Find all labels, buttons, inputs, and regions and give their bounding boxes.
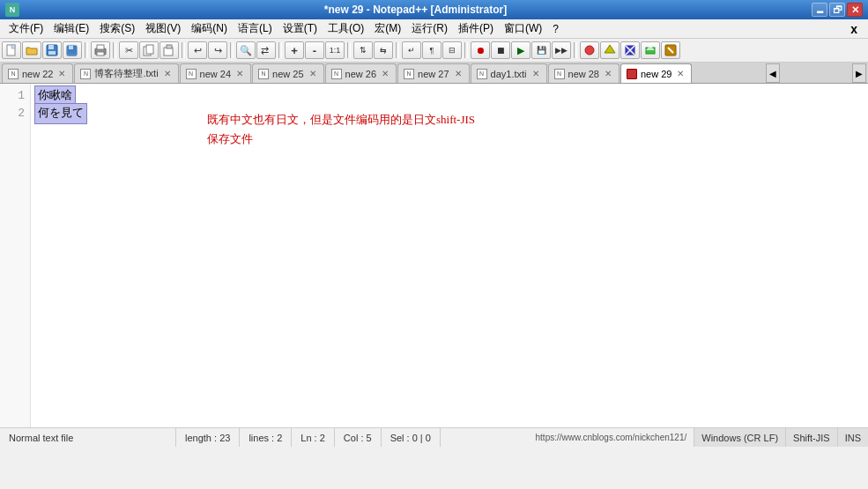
tb-wordwrap[interactable]: ↵ xyxy=(402,41,421,59)
title-bar-controls: 🗕 🗗 ✕ xyxy=(812,3,863,17)
tb-plugin-4[interactable] xyxy=(641,41,660,59)
tb-sep-7 xyxy=(396,42,399,58)
tab-close-day1[interactable]: ✕ xyxy=(530,69,541,78)
tb-cut[interactable]: ✂ xyxy=(119,41,138,59)
status-ln: Ln : 2 xyxy=(292,428,335,447)
menu-close-x[interactable]: x xyxy=(843,20,864,38)
tb-zoom-out[interactable]: - xyxy=(305,41,324,59)
tb-new[interactable] xyxy=(2,41,21,59)
menu-window[interactable]: 窗口(W) xyxy=(499,19,547,38)
tab-new22[interactable]: N new 22 ✕ xyxy=(2,63,73,83)
menu-settings[interactable]: 设置(T) xyxy=(278,19,323,38)
svg-rect-14 xyxy=(167,45,172,48)
tab-close-new24[interactable]: ✕ xyxy=(234,69,245,78)
menu-bar: 文件(F) 编辑(E) 搜索(S) 视图(V) 编码(N) 语言(L) 设置(T… xyxy=(0,19,868,39)
tab-close-new28[interactable]: ✕ xyxy=(603,69,613,78)
tab-close-new26[interactable]: ✕ xyxy=(380,69,390,78)
tb-zoom-in[interactable]: + xyxy=(285,41,304,59)
tab-label-blog: 博客待整理.txti xyxy=(94,67,158,80)
tb-macro-stop[interactable]: ⏹ xyxy=(491,41,510,59)
menu-edit[interactable]: 编辑(E) xyxy=(48,19,94,38)
tab-label-new26: new 26 xyxy=(345,69,376,79)
tab-close-blog[interactable]: ✕ xyxy=(162,69,173,78)
tb-macro-save[interactable]: 💾 xyxy=(531,41,551,59)
menu-tools[interactable]: 工具(O) xyxy=(323,19,369,38)
tb-plugin-5[interactable] xyxy=(661,41,680,59)
tb-copy[interactable] xyxy=(139,41,159,59)
editor-content[interactable]: 你瞅啥 何を見て 既有中文也有日文，但是文件编码用的是日文shift-JIS 保… xyxy=(31,84,868,427)
restore-button[interactable]: 🗗 xyxy=(829,3,845,17)
tab-scroll-left[interactable]: ◀ xyxy=(766,63,780,83)
editor-line-1-text: 你瞅啥 xyxy=(35,86,75,106)
status-sel: Sel : 0 | 0 xyxy=(382,428,441,447)
tab-label-new27: new 27 xyxy=(418,69,449,79)
tab-new26[interactable]: N new 26 ✕ xyxy=(325,63,397,83)
tb-open[interactable] xyxy=(22,41,41,59)
tab-new24[interactable]: N new 24 ✕ xyxy=(180,63,251,83)
tb-redo[interactable]: ↪ xyxy=(208,41,227,59)
status-lines: lines : 2 xyxy=(240,428,292,447)
tab-day1[interactable]: N day1.txti ✕ xyxy=(471,63,547,83)
svg-rect-6 xyxy=(69,46,73,49)
tab-icon-new22: N xyxy=(8,69,19,79)
tab-label-new29: new 29 xyxy=(641,69,671,79)
svg-rect-9 xyxy=(97,45,104,49)
status-bar: Normal text file length : 23 lines : 2 L… xyxy=(0,427,868,447)
tb-sep-5 xyxy=(278,42,282,58)
tab-scroll-right[interactable]: ▶ xyxy=(852,63,866,83)
tab-blog[interactable]: N 博客待整理.txti ✕ xyxy=(74,63,178,83)
tb-undo[interactable]: ↩ xyxy=(188,41,207,59)
svg-rect-1 xyxy=(11,45,15,48)
tb-plugin-1[interactable] xyxy=(580,41,599,59)
tb-save[interactable] xyxy=(42,41,62,59)
tab-icon-new26: N xyxy=(331,69,342,79)
menu-help[interactable]: ? xyxy=(547,21,564,37)
tab-close-new29[interactable]: ✕ xyxy=(675,69,686,78)
svg-text:⇄: ⇄ xyxy=(261,45,269,56)
tb-plugin-3[interactable] xyxy=(620,41,640,59)
menu-run[interactable]: 运行(R) xyxy=(406,19,453,38)
tb-save-all[interactable] xyxy=(63,41,82,59)
tb-zoom-restore[interactable]: 1:1 xyxy=(325,41,345,59)
tab-close-new27[interactable]: ✕ xyxy=(453,69,464,78)
close-button[interactable]: ✕ xyxy=(847,3,863,17)
tab-new29[interactable]: new 29 ✕ xyxy=(620,63,692,83)
tb-macro-record[interactable]: ⏺ xyxy=(471,41,490,59)
menu-view[interactable]: 视图(V) xyxy=(140,19,186,38)
tb-print[interactable] xyxy=(91,41,110,59)
editor-line-2-text: 何を見て xyxy=(35,104,86,123)
menu-search[interactable]: 搜索(S) xyxy=(94,19,140,38)
tb-sync-vertical[interactable]: ⇅ xyxy=(353,41,373,59)
tab-close-new22[interactable]: ✕ xyxy=(56,69,67,78)
tab-new28[interactable]: N new 28 ✕ xyxy=(548,63,619,83)
tb-replace[interactable]: ⇄ xyxy=(256,41,276,59)
tab-icon-new25: N xyxy=(258,69,269,79)
status-mode: INS xyxy=(837,428,868,447)
tb-all-chars[interactable]: ¶ xyxy=(422,41,441,59)
tb-find[interactable]: 🔍 xyxy=(236,41,256,59)
menu-file[interactable]: 文件(F) xyxy=(4,19,48,38)
tb-sync-horizontal[interactable]: ⇆ xyxy=(374,41,393,59)
svg-marker-17 xyxy=(605,45,615,53)
tb-paste[interactable] xyxy=(160,41,179,59)
minimize-button[interactable]: 🗕 xyxy=(812,3,827,17)
tb-macro-run-multi[interactable]: ▶▶ xyxy=(552,41,571,59)
tab-close-new25[interactable]: ✕ xyxy=(308,69,318,78)
tb-sep-8 xyxy=(464,42,468,58)
tab-new25[interactable]: N new 25 ✕ xyxy=(252,63,323,83)
title-bar-icon: N xyxy=(5,3,19,17)
tab-bar: N new 22 ✕ N 博客待整理.txti ✕ N new 24 ✕ N n… xyxy=(0,63,868,84)
tb-plugin-2[interactable] xyxy=(600,41,619,59)
menu-macro[interactable]: 宏(M) xyxy=(369,19,406,38)
menu-plugins[interactable]: 插件(P) xyxy=(453,19,499,38)
tab-icon-new29 xyxy=(627,69,637,79)
tb-macro-play[interactable]: ▶ xyxy=(511,41,530,59)
tb-indent-guide[interactable]: ⊟ xyxy=(442,41,462,59)
title-bar: N *new 29 - Notepad++ [Administrator] 🗕 … xyxy=(0,0,868,19)
tab-icon-blog: N xyxy=(80,69,91,79)
tab-icon-new24: N xyxy=(186,69,197,79)
menu-encoding[interactable]: 编码(N) xyxy=(186,19,233,38)
menu-language[interactable]: 语言(L) xyxy=(233,19,278,38)
annotation-line-2: 保存文件 xyxy=(207,130,475,149)
tab-new27[interactable]: N new 27 ✕ xyxy=(397,63,469,83)
